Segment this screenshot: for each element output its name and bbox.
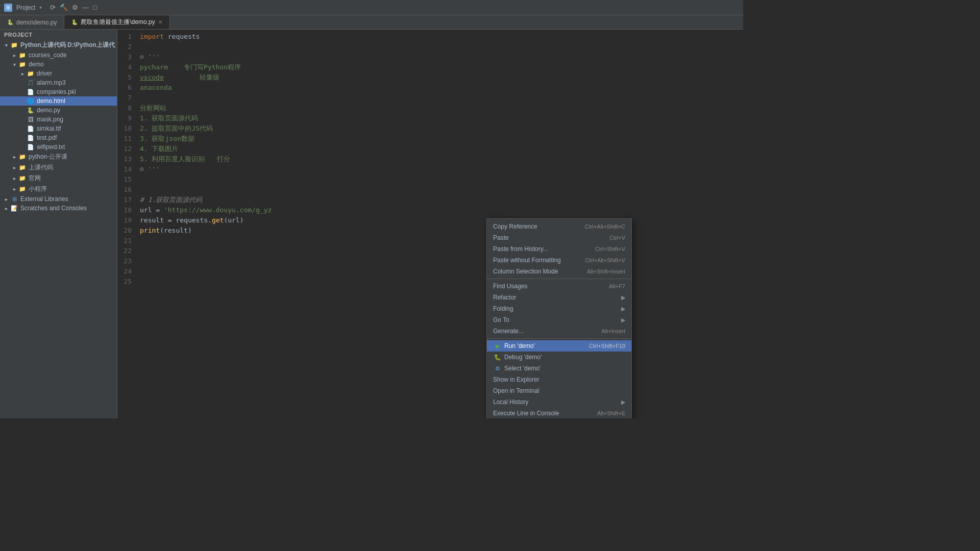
simkai-label: simkai.ttf (37, 125, 61, 132)
code-line-17: 17 # 1.获取页面源代码 (117, 195, 743, 205)
line-num-5: 5 (117, 72, 138, 83)
menu-label-paste-history: Paste from History... (493, 245, 548, 253)
sidebar-item-companies[interactable]: 📄 companies.pkl (0, 87, 117, 96)
file-icon-simkai: 📄 (27, 125, 35, 132)
sidebar-item-class-code[interactable]: ▸ 📁 上课代码 (0, 162, 117, 173)
scratches-label: Scratches and Consoles (20, 205, 87, 212)
wifipwd-label: wifipwd.txt (37, 143, 65, 151)
context-menu: Copy Reference Ctrl+Alt+Shift+C Paste Ct… (486, 218, 632, 418)
expand-arrow-python: ▾ (2, 42, 10, 48)
menu-shortcut-find-usages: Alt+F7 (609, 283, 625, 289)
debug-icon: 🐛 (493, 354, 502, 361)
companies-label: companies.pkl (37, 88, 76, 95)
refactor-arrow: ▶ (621, 294, 625, 301)
menu-shortcut-paste-history: Ctrl+Shift+V (595, 246, 625, 252)
code-line-1: 1 import requests (117, 32, 743, 42)
line-num-10: 10 (117, 123, 138, 134)
folder-icon-demo: 📁 (18, 61, 27, 68)
tabbar: 🐍 demo\demo.py 🐍 爬取鱼塘最值主播\demo.py ✕ (0, 15, 743, 30)
menu-label-debug-demo: Debug 'demo' (504, 354, 542, 361)
sidebar-item-alarm[interactable]: 🎵 alarm.mp3 (0, 78, 117, 87)
expand-arrow-class-code: ▸ (10, 165, 18, 170)
settings-icon[interactable]: ⚙ (72, 4, 78, 11)
menu-item-paste[interactable]: Paste Ctrl+V (487, 232, 631, 243)
code-line-10: 10 2. 提取页面中的JS代码 (117, 123, 743, 134)
minimize-icon[interactable]: — (82, 4, 89, 11)
sidebar-item-xiaochengxu[interactable]: ▸ 📁 小程序 (0, 184, 117, 194)
menu-item-run-demo[interactable]: ▶ Run 'demo' Ctrl+Shift+F10 (487, 340, 631, 352)
line-num-2: 2 (117, 42, 138, 52)
menu-item-paste-history[interactable]: Paste from History... Ctrl+Shift+V (487, 243, 631, 255)
tab-close-2[interactable]: ✕ (158, 19, 162, 25)
folder-icon-xiaochengxu: 📁 (18, 186, 27, 193)
menu-shortcut-run-demo: Ctrl+Shift+F10 (589, 343, 625, 349)
sidebar-item-external-libs[interactable]: ▸ ⊞ External Libraries (0, 194, 117, 204)
sync-icon[interactable]: ⟳ (50, 4, 56, 11)
menu-item-paste-no-format[interactable]: Paste without Formatting Ctrl+Alt+Shift+… (487, 255, 631, 266)
tab-demo-py[interactable]: 🐍 demo\demo.py (0, 15, 64, 29)
courses-label: courses_code (29, 52, 67, 59)
menu-label-refactor: Refactor (493, 294, 516, 301)
line-num-17: 17 (117, 195, 138, 205)
select-icon: ⚙ (493, 365, 502, 372)
code-line-23: 23 (117, 256, 743, 266)
sidebar-item-mask[interactable]: 🖼 mask.png (0, 115, 117, 124)
tab-demo-crawl[interactable]: 🐍 爬取鱼塘最值主播\demo.py ✕ (64, 15, 169, 29)
menu-item-generate[interactable]: Generate... Alt+Insert (487, 325, 631, 337)
sidebar-item-scratches[interactable]: ▸ 📝 Scratches and Consoles (0, 204, 117, 213)
expand-arrow-demo: ▾ (10, 62, 18, 67)
app-icon: ⊞ (4, 4, 12, 12)
sidebar-item-python-root[interactable]: ▾ 📁 Python上课代码 D:\Python上课代 (0, 40, 117, 51)
folder-icon-courses: 📁 (18, 52, 27, 59)
test-pdf-label: test.pdf (37, 134, 57, 141)
sidebar-item-simkai[interactable]: 📄 simkai.ttf (0, 124, 117, 133)
menu-item-select-demo[interactable]: ⚙ Select 'demo' (487, 363, 631, 374)
folder-icon-class-code: 📁 (18, 164, 27, 171)
tab-icon-1: 🐍 (7, 19, 13, 25)
build-icon[interactable]: 🔨 (60, 4, 68, 11)
menu-label-column-selection: Column Selection Mode (493, 268, 558, 275)
scratches-icon: 📝 (10, 205, 18, 212)
code-line-4: 4 pycharm 专门写Python程序 (117, 62, 743, 72)
sidebar-item-courses[interactable]: ▸ 📁 courses_code (0, 51, 117, 60)
menu-item-execute-line[interactable]: Execute Line in Console Alt+Shift+E (487, 408, 631, 418)
menu-label-folding: Folding (493, 305, 513, 312)
code-line-16: 16 (117, 185, 743, 195)
folder-icon-python-public: 📁 (18, 154, 27, 161)
sidebar-item-demo-html[interactable]: 🌐 demo.html (0, 96, 117, 106)
editor-area[interactable]: 1 import requests 2 3 ⊖ ''' 4 pycharm 专门… (117, 30, 743, 418)
file-icon-test-pdf: 📄 (27, 134, 35, 141)
titlebar-icons: ⊞ (4, 4, 12, 12)
menu-item-column-selection[interactable]: Column Selection Mode Alt+Shift+Insert (487, 266, 631, 277)
expand-arrow-courses: ▸ (10, 53, 18, 58)
menu-item-refactor[interactable]: Refactor ▶ (487, 292, 631, 303)
menu-item-goto[interactable]: Go To ▶ (487, 314, 631, 325)
sidebar-title: Project (0, 30, 117, 40)
sidebar-item-test-pdf[interactable]: 📄 test.pdf (0, 133, 117, 142)
dropdown-arrow[interactable]: ▾ (39, 5, 42, 10)
line-num-7: 7 (117, 93, 138, 103)
class-code-label: 上课代码 (29, 163, 53, 172)
menu-item-open-terminal[interactable]: Open in Terminal (487, 385, 631, 396)
code-editor[interactable]: 1 import requests 2 3 ⊖ ''' 4 pycharm 专门… (117, 30, 743, 289)
menu-item-debug-demo[interactable]: 🐛 Debug 'demo' (487, 352, 631, 363)
sidebar-item-driver[interactable]: ▸ 📁 driver (0, 69, 117, 78)
line-num-23: 23 (117, 256, 138, 266)
menu-item-find-usages[interactable]: Find Usages Alt+F7 (487, 281, 631, 292)
sidebar-item-demo-py[interactable]: 🐍 demo.py (0, 106, 117, 115)
expand-arrow-python-public: ▸ (10, 154, 18, 160)
driver-label: driver (37, 70, 52, 77)
menu-label-local-history: Local History (493, 398, 528, 406)
menu-item-local-history[interactable]: Local History ▶ (487, 396, 631, 408)
menu-label-generate: Generate... (493, 328, 524, 335)
code-line-18: 18 url = 'https://www.douyu.com/g_yz (117, 205, 743, 215)
sidebar-item-wifipwd[interactable]: 📄 wifipwd.txt (0, 142, 117, 152)
menu-item-show-explorer[interactable]: Show in Explorer (487, 374, 631, 385)
maximize-icon[interactable]: □ (93, 4, 97, 11)
sidebar-item-demo-folder[interactable]: ▾ 📁 demo (0, 60, 117, 69)
menu-item-folding[interactable]: Folding ▶ (487, 303, 631, 314)
sidebar-item-guanwang[interactable]: ▸ 📁 官网 (0, 173, 117, 184)
menu-item-copy-ref[interactable]: Copy Reference Ctrl+Alt+Shift+C (487, 221, 631, 232)
menu-shortcut-paste: Ctrl+V (609, 235, 625, 241)
sidebar-item-python-public[interactable]: ▸ 📁 python-公开课 (0, 152, 117, 162)
